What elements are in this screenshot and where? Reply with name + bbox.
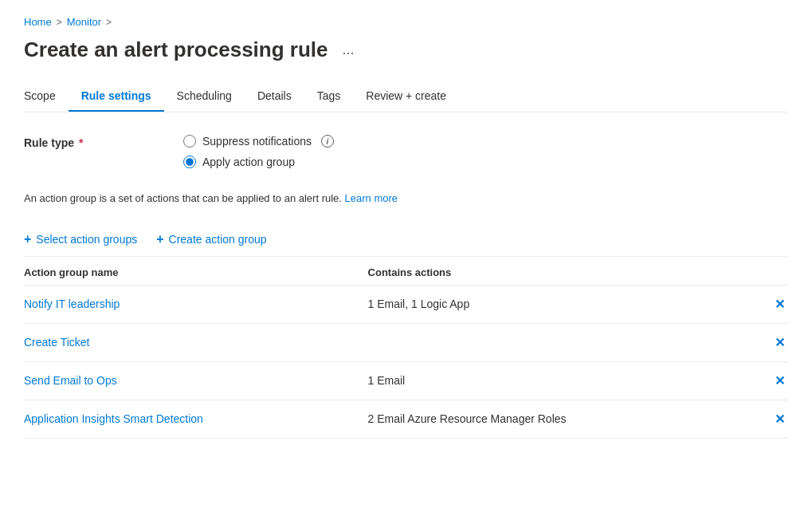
tab-tags[interactable]: Tags — [304, 81, 354, 112]
create-action-group-label: Create action group — [169, 233, 267, 246]
learn-more-link[interactable]: Learn more — [345, 192, 398, 204]
action-group-name: Send Email to Ops — [24, 361, 368, 400]
tabs-nav: Scope Rule settings Scheduling Details T… — [24, 81, 788, 112]
remove-icon: ✕ — [775, 335, 785, 350]
action-group-name: Create Ticket — [24, 323, 368, 361]
action-group-name: Application Insights Smart Detection — [24, 400, 368, 438]
info-text: An action group is a set of actions that… — [24, 191, 788, 207]
suppress-option[interactable]: Suppress notifications i — [183, 135, 334, 148]
action-bar: + Select action groups + Create action g… — [24, 223, 788, 257]
select-plus-icon: + — [24, 232, 31, 246]
breadcrumb-sep2: > — [106, 17, 112, 28]
tab-scope[interactable]: Scope — [24, 81, 69, 112]
apply-option[interactable]: Apply action group — [183, 156, 334, 168]
page-title-row: Create an alert processing rule ... — [24, 37, 788, 62]
breadcrumb-home[interactable]: Home — [24, 16, 52, 28]
action-group-actions: 1 Email, 1 Logic App — [368, 285, 712, 323]
col-remove — [712, 257, 788, 286]
header-row: Action group name Contains actions — [24, 257, 788, 286]
remove-button[interactable]: ✕ — [771, 295, 788, 313]
tab-details[interactable]: Details — [245, 81, 304, 112]
col-name: Action group name — [24, 257, 368, 286]
remove-cell: ✕ — [712, 323, 788, 361]
suppress-radio[interactable] — [183, 135, 196, 148]
rule-type-row: Rule type * Suppress notifications i App… — [24, 135, 788, 168]
breadcrumb: Home > Monitor > — [24, 16, 788, 28]
page-title: Create an alert processing rule — [24, 37, 328, 62]
remove-button[interactable]: ✕ — [771, 410, 788, 428]
select-action-groups-label: Select action groups — [36, 233, 137, 246]
action-group-link[interactable]: Create Ticket — [24, 336, 89, 349]
remove-icon: ✕ — [775, 297, 785, 312]
select-action-groups-button[interactable]: + Select action groups — [24, 232, 137, 246]
action-group-actions: 1 Email — [368, 361, 712, 400]
remove-icon: ✕ — [775, 373, 785, 388]
rule-type-label: Rule type * — [24, 135, 183, 149]
tab-scheduling[interactable]: Scheduling — [164, 81, 245, 112]
apply-radio[interactable] — [183, 156, 196, 168]
action-group-link[interactable]: Send Email to Ops — [24, 374, 117, 387]
action-group-link[interactable]: Application Insights Smart Detection — [24, 412, 203, 425]
action-group-actions: 2 Email Azure Resource Manager Roles — [368, 400, 712, 438]
col-actions: Contains actions — [368, 257, 712, 286]
radio-group: Suppress notifications i Apply action gr… — [183, 135, 334, 168]
table-row: Notify IT leadership1 Email, 1 Logic App… — [24, 285, 788, 323]
action-group-actions — [368, 323, 712, 361]
table-row: Application Insights Smart Detection2 Em… — [24, 400, 788, 438]
suppress-info-icon[interactable]: i — [321, 135, 334, 148]
apply-label: Apply action group — [202, 156, 295, 168]
remove-cell: ✕ — [712, 361, 788, 400]
action-group-name: Notify IT leadership — [24, 285, 368, 323]
breadcrumb-sep1: > — [57, 17, 62, 28]
action-group-link[interactable]: Notify IT leadership — [24, 298, 120, 310]
info-text-content: An action group is a set of actions that… — [24, 192, 345, 204]
breadcrumb-monitor[interactable]: Monitor — [67, 16, 101, 28]
rule-type-section: Rule type * Suppress notifications i App… — [24, 135, 788, 168]
table-header: Action group name Contains actions — [24, 257, 788, 286]
required-indicator: * — [76, 136, 83, 149]
remove-cell: ✕ — [712, 400, 788, 438]
create-action-group-button[interactable]: + Create action group — [156, 232, 266, 246]
table-row: Create Ticket✕ — [24, 323, 788, 361]
tab-review-create[interactable]: Review + create — [353, 81, 459, 112]
action-groups-table: Action group name Contains actions Notif… — [24, 257, 788, 439]
create-plus-icon: + — [156, 232, 163, 246]
tab-rule-settings[interactable]: Rule settings — [69, 81, 164, 112]
remove-icon: ✕ — [775, 412, 785, 427]
table-row: Send Email to Ops1 Email✕ — [24, 361, 788, 400]
remove-cell: ✕ — [712, 285, 788, 323]
ellipsis-button[interactable]: ... — [337, 40, 359, 60]
table-body: Notify IT leadership1 Email, 1 Logic App… — [24, 285, 788, 438]
remove-button[interactable]: ✕ — [771, 372, 788, 390]
remove-button[interactable]: ✕ — [771, 333, 788, 352]
suppress-label: Suppress notifications — [202, 135, 312, 148]
